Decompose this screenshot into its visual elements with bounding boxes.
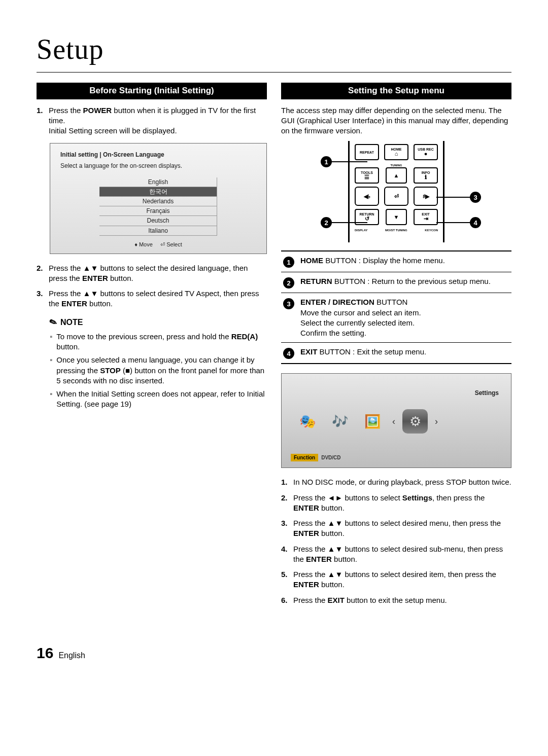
step-body: Press the POWER button when it is plugge… <box>49 105 267 136</box>
language-option: 한국어 <box>99 187 217 197</box>
initial-steps-cont: 2. Press the ▲▼ buttons to select the de… <box>37 263 267 309</box>
return-icon: ↺ <box>365 216 369 222</box>
info-icon: ℹ <box>425 174 427 180</box>
note-list: To move to the previous screen, press an… <box>37 332 267 410</box>
right-icon: ♯▶ <box>423 194 429 199</box>
tuning-label: TUNING <box>355 163 438 167</box>
language-option: English <box>99 177 217 187</box>
table-row: 4EXIT BUTTON : Exit the setup menu. <box>281 343 511 363</box>
note-item: When the Initial Setting screen does not… <box>50 389 267 410</box>
step-after: Initial Setting screen will be displayed… <box>49 126 177 135</box>
home-button: HOME⌂ <box>384 144 408 160</box>
page-footer: 16 English <box>37 643 511 664</box>
table-row: 1HOME BUTTON : Display the home menu. <box>281 251 511 272</box>
step-number: 2. <box>281 493 293 514</box>
step-number: 6. <box>281 595 293 605</box>
page-language: English <box>58 650 85 661</box>
callout-4: 4 <box>470 217 481 228</box>
select-hint: ⏎ Select <box>160 241 182 247</box>
callout-line <box>436 197 470 198</box>
page-number: 16 <box>37 643 53 664</box>
callout-number: 3 <box>283 298 294 309</box>
callout-number: 1 <box>283 257 294 268</box>
left-icon: ◀♭ <box>364 194 370 199</box>
step-number: 4. <box>281 544 293 565</box>
note-item: Once you selected a menu language, you c… <box>50 355 267 386</box>
language-option: Français <box>99 206 217 216</box>
carousel-icons: 🎭 🎶 🖼️ ‹ ⚙ › <box>295 409 438 434</box>
init-footer: ♦ Move ⏎ Select <box>60 241 256 248</box>
exit-button: EXIT⇥ <box>414 209 438 225</box>
usb-rec-button: USB REC● <box>414 144 438 160</box>
column-right: Setting the Setup menu The access step m… <box>281 83 511 613</box>
step-body: Press the ▲▼ buttons to select desired m… <box>293 518 511 539</box>
step-text: Press the POWER button when it is plugge… <box>49 106 256 125</box>
left-button: ◀♭ <box>355 187 379 206</box>
settings-screenshot: Settings 🎭 🎶 🖼️ ‹ ⚙ › Function DVD/CD <box>281 373 511 468</box>
carousel-icon: 🖼️ <box>360 409 385 434</box>
step-body: Press the ▲▼ buttons to select desired s… <box>293 544 511 565</box>
language-option: Italiano <box>99 226 217 236</box>
table-cell: RETURN BUTTON : Return to the previous s… <box>300 276 491 286</box>
step-number: 1. <box>37 105 49 136</box>
up-icon: ▲ <box>394 173 399 178</box>
note-item: To move to the previous screen, press an… <box>50 332 267 352</box>
table-cell: ENTER / DIRECTION BUTTONMove the cursor … <box>300 297 421 338</box>
repeat-button: REPEAT <box>355 144 379 160</box>
move-hint: ♦ Move <box>134 241 153 247</box>
setup-steps: 1.In NO DISC mode, or during playback, p… <box>281 477 511 605</box>
table-cell: EXIT BUTTON : Exit the setup menu. <box>300 347 426 357</box>
remote-button-table: 1HOME BUTTON : Display the home menu.2RE… <box>281 250 511 364</box>
carousel-icon-selected: ⚙ <box>402 409 428 434</box>
language-option: Deutsch <box>99 216 217 226</box>
right-button: ♯▶ <box>414 187 438 206</box>
pencil-icon: ✎ <box>48 315 59 330</box>
callout-number: 2 <box>283 277 294 289</box>
step-number: 5. <box>281 569 293 590</box>
up-button: ▲ <box>386 167 407 184</box>
callout-line <box>332 161 367 162</box>
chevron-right-icon: › <box>435 415 438 427</box>
callout-line <box>332 222 367 223</box>
step-number: 3. <box>37 289 49 309</box>
callout-number: 4 <box>283 348 294 359</box>
table-row: 3ENTER / DIRECTION BUTTONMove the cursor… <box>281 293 511 343</box>
display-label: DISPLAY <box>355 228 367 232</box>
info-button: INFOℹ <box>414 167 438 184</box>
heading-before-starting: Before Starting (Initial Setting) <box>37 83 267 99</box>
down-button: ▼ <box>386 209 407 225</box>
mo-st-label: MO/ST TUNING <box>385 228 407 232</box>
step-body: Press the ▲▼ buttons to select the desir… <box>49 263 267 284</box>
function-bar: Function DVD/CD <box>291 454 341 462</box>
exit-icon: ⇥ <box>424 216 428 222</box>
step-number: 1. <box>281 477 293 487</box>
page-title: Setup <box>37 30 511 73</box>
init-header-1: Initial setting | On-Screen Language <box>60 151 256 159</box>
settings-title: Settings <box>475 389 499 397</box>
intro-text: The access step may differ depending on … <box>281 105 511 136</box>
table-cell: HOME BUTTON : Display the home menu. <box>300 256 445 266</box>
tools-icon: ☰ <box>364 174 369 180</box>
initial-setting-screenshot: Initial setting | On-Screen Language Sel… <box>50 143 267 254</box>
note-heading: ✎ NOTE <box>50 316 267 329</box>
callout-3: 3 <box>470 192 481 203</box>
function-value: DVD/CD <box>321 454 340 461</box>
remote-diagram: REPEAT HOME⌂ USB REC● TUNING TOOLS☰ ▲ IN… <box>281 141 511 242</box>
enter-button: ⏎ <box>384 187 408 206</box>
step-body: Press the EXIT button to exit the setup … <box>293 595 511 605</box>
language-list: English한국어NederlandsFrançaisDeutschItali… <box>99 177 217 236</box>
down-icon: ▼ <box>394 214 399 220</box>
chevron-left-icon: ‹ <box>392 415 395 427</box>
home-icon: ⌂ <box>395 151 398 157</box>
record-icon: ● <box>424 151 428 157</box>
init-header-2: Select a language for the on-screen disp… <box>60 162 256 170</box>
keycon-label: KEYCON <box>425 228 438 232</box>
carousel-icon: 🎭 <box>295 409 320 434</box>
column-left: Before Starting (Initial Setting) 1. Pre… <box>37 83 267 613</box>
tools-button: TOOLS☰ <box>355 167 379 184</box>
note-label: NOTE <box>60 317 83 328</box>
function-tag: Function <box>291 454 318 462</box>
step-number: 2. <box>37 263 49 284</box>
initial-steps: 1. Press the POWER button when it is plu… <box>37 105 267 136</box>
callout-1: 1 <box>321 156 332 167</box>
